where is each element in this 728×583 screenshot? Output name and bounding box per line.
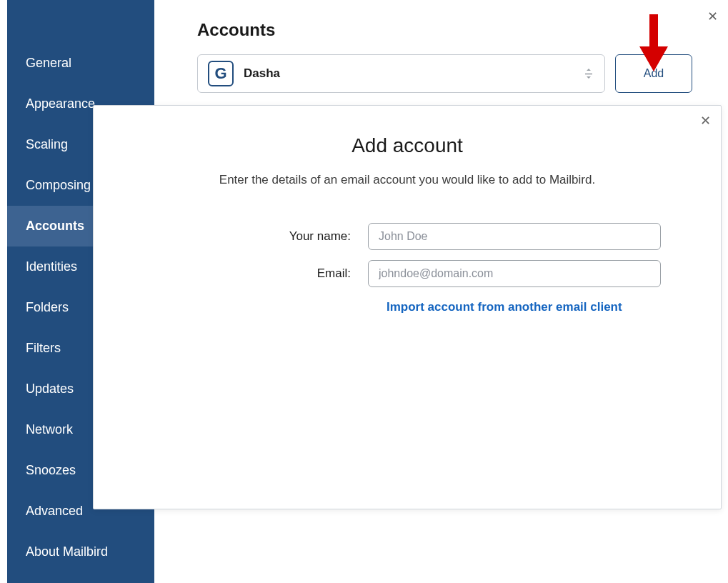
account-card[interactable]: G Dasha [197, 54, 605, 93]
sidebar-item-general[interactable]: General [7, 43, 154, 84]
modal-close-icon[interactable]: ✕ [700, 114, 711, 127]
email-input[interactable] [368, 260, 661, 287]
name-row: Your name: [136, 223, 678, 250]
email-row: Email: [136, 260, 678, 287]
drag-handle-icon[interactable] [583, 68, 594, 79]
name-label: Your name: [136, 229, 351, 244]
name-input[interactable] [368, 223, 661, 250]
add-account-modal: ✕ Add account Enter the details of an em… [93, 105, 722, 509]
add-button[interactable]: Add [615, 54, 692, 93]
import-link[interactable]: Import account from another email client [387, 300, 678, 314]
close-icon[interactable]: ✕ [707, 10, 718, 23]
modal-title: Add account [136, 134, 678, 157]
email-label: Email: [136, 266, 351, 281]
account-name: Dasha [244, 66, 280, 81]
accounts-row: G Dasha Add [197, 54, 692, 93]
account-avatar: G [208, 61, 234, 86]
sidebar-item-about[interactable]: About Mailbird [7, 532, 154, 572]
modal-subtitle: Enter the details of an email account yo… [136, 173, 678, 187]
page-title: Accounts [197, 20, 692, 40]
